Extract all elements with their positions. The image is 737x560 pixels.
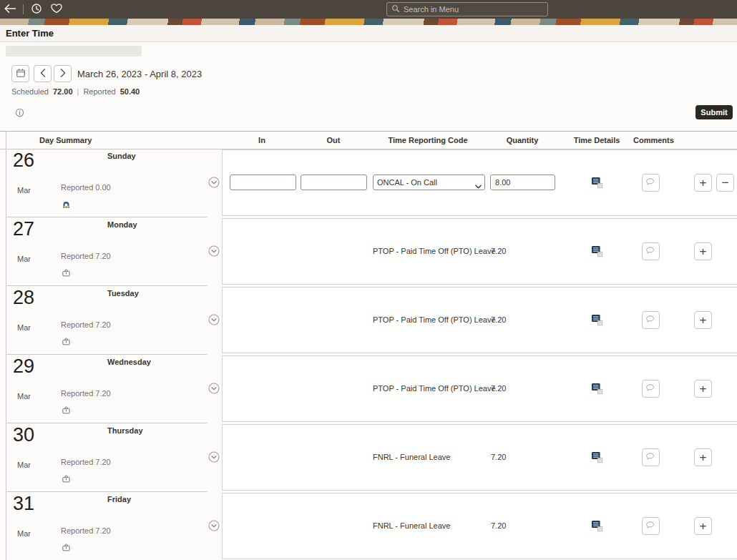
expand-day-button[interactable] [208, 177, 220, 188]
scheduled-value: 72.00 [53, 87, 73, 96]
add-row-button[interactable]: + [694, 517, 712, 535]
timesheet-row-28: 28 Tuesday Mar Reported 7.20 PTOP - Paid… [0, 285, 737, 354]
timesheet-grid: Day Summary In Out Time Reporting Code Q… [0, 131, 737, 560]
quantity-input[interactable] [490, 175, 555, 190]
time-details-button[interactable] [590, 245, 603, 258]
day-entry-panel: PTOP - Paid Time Off (PTO) Leave 7.20 + [222, 218, 737, 285]
day-number: 27 [13, 218, 34, 240]
add-row-button[interactable]: + [694, 174, 712, 192]
header-time-details: Time Details [574, 136, 620, 144]
hours-summary: Scheduled 72.00 | Reported 50.40 [11, 87, 140, 96]
row-separator [6, 217, 207, 217]
comment-bubble-icon [645, 315, 656, 325]
row-separator [6, 491, 207, 492]
add-row-button[interactable]: + [694, 448, 712, 466]
row-separator [6, 285, 207, 286]
day-number: 31 [13, 493, 34, 515]
menu-search-box[interactable] [386, 2, 548, 16]
comments-button[interactable] [642, 448, 660, 466]
time-details-button[interactable] [590, 520, 603, 533]
time-out-input[interactable] [301, 175, 367, 190]
header-in: In [258, 136, 265, 144]
comments-button[interactable] [642, 311, 660, 329]
header-time-reporting-code: Time Reporting Code [388, 136, 467, 144]
month-label: Mar [17, 323, 31, 332]
quantity-text: 7.20 [491, 453, 506, 461]
on-call-day-icon [62, 199, 71, 212]
timesheet-row-30: 30 Thursday Mar Reported 7.20 FNRL - Fun… [0, 423, 737, 491]
add-row-button[interactable]: + [694, 311, 712, 329]
weekday-label: Wednesday [107, 358, 151, 366]
comments-button[interactable] [642, 380, 660, 398]
month-label: Mar [17, 461, 31, 469]
decorative-banner [0, 19, 737, 25]
time-details-button[interactable] [590, 451, 603, 464]
day-number: 28 [13, 287, 34, 309]
comments-button[interactable] [642, 517, 660, 535]
chevron-left-icon [39, 69, 47, 79]
trc-select-wrap: ONCAL - On Call [373, 175, 485, 190]
remove-row-button[interactable]: − [716, 174, 734, 192]
expand-day-button[interactable] [208, 451, 220, 463]
next-period-button[interactable] [54, 65, 72, 82]
day-reported: Reported 0.00 [61, 183, 111, 192]
month-label: Mar [17, 392, 31, 401]
expand-day-button[interactable] [208, 245, 220, 257]
weekday-label: Friday [107, 495, 131, 503]
scheduled-label: Scheduled [11, 87, 49, 96]
day-entry-panel: FNRL - Funeral Leave 7.20 + [222, 493, 737, 559]
reported-label: Reported [83, 87, 115, 96]
day-reported: Reported 7.20 [61, 389, 111, 398]
recent-items-button[interactable] [26, 0, 47, 19]
expand-day-button[interactable] [208, 314, 220, 325]
time-reporting-code-text: FNRL - Funeral Leave [373, 521, 450, 530]
month-label: Mar [17, 255, 31, 263]
row-separator [6, 354, 207, 355]
favorites-button[interactable] [47, 0, 67, 19]
summary-divider: | [77, 87, 79, 96]
comment-bubble-icon [645, 383, 656, 394]
day-reported: Reported 7.20 [61, 458, 111, 466]
quantity-text: 7.20 [491, 247, 506, 255]
previous-period-button[interactable] [34, 65, 52, 82]
back-arrow-icon [4, 4, 16, 16]
row-separator [6, 423, 207, 423]
timesheet-row-27: 27 Monday Mar Reported 7.20 PTOP - Paid … [0, 217, 737, 285]
comments-button[interactable] [642, 242, 660, 260]
time-in-input[interactable] [230, 175, 296, 190]
comment-bubble-icon [645, 452, 656, 463]
info-icon[interactable] [15, 107, 24, 120]
heart-icon [51, 3, 62, 16]
submit-button[interactable]: Submit [695, 105, 733, 119]
weekday-label: Sunday [107, 152, 136, 160]
calendar-picker-button[interactable] [11, 65, 29, 82]
header-out: Out [327, 136, 341, 144]
time-reporting-code-text: FNRL - Funeral Leave [373, 453, 450, 461]
search-icon [391, 3, 400, 16]
time-details-button[interactable] [590, 314, 603, 327]
briefcase-icon [62, 405, 71, 418]
timesheet-row-31: 31 Friday Mar Reported 7.20 FNRL - Funer… [0, 491, 737, 560]
time-details-button[interactable] [590, 177, 603, 190]
add-row-button[interactable]: + [694, 242, 712, 260]
comment-bubble-icon [645, 177, 656, 188]
day-entry-panel: PTOP - Paid Time Off (PTO) Leave 7.20 + [222, 287, 737, 353]
weekday-label: Tuesday [107, 289, 139, 298]
topbar-divider [23, 4, 24, 14]
timesheet-row-26: 26 Sunday Mar Reported 0.00 ONCAL - On C… [0, 148, 737, 217]
employee-name-redacted [6, 46, 142, 57]
time-reporting-code-text: PTOP - Paid Time Off (PTO) Leave [373, 247, 496, 255]
back-button[interactable] [0, 0, 20, 19]
expand-day-button[interactable] [208, 383, 220, 394]
search-input[interactable] [404, 5, 543, 14]
time-reporting-code-select[interactable]: ONCAL - On Call [373, 175, 485, 190]
weekday-label: Monday [107, 220, 137, 229]
grid-header-row: Day Summary In Out Time Reporting Code Q… [0, 131, 737, 149]
expand-day-button[interactable] [208, 520, 220, 531]
time-details-button[interactable] [590, 383, 603, 396]
comments-button[interactable] [642, 174, 660, 192]
day-number: 29 [13, 355, 34, 378]
add-row-button[interactable]: + [694, 380, 712, 398]
enter-time-screen: Enter Time March 26, 2023 - April 8, 202… [0, 0, 737, 560]
top-navigation-bar [0, 0, 737, 19]
